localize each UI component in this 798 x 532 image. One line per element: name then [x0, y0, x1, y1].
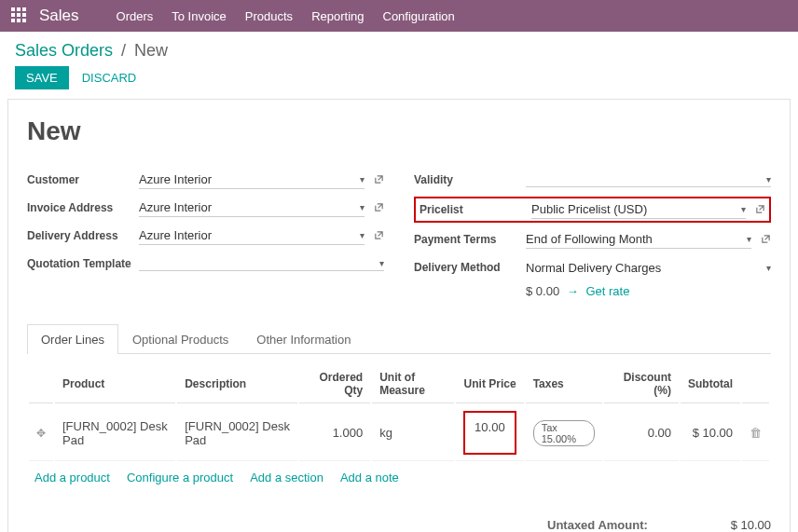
menu-orders[interactable]: Orders [117, 9, 154, 23]
order-table: Product Description Ordered Qty Unit of … [27, 363, 771, 463]
get-rate-row: $ 0.00 → Get rate [414, 284, 771, 298]
caret-icon[interactable]: ▾ [766, 174, 771, 184]
validity-label: Validity [414, 173, 526, 186]
rate-amount: $ 0.00 [526, 284, 559, 298]
delivery-method-input[interactable]: Normal Delivery Charges ▾ [526, 259, 771, 277]
breadcrumb: Sales Orders / New [0, 32, 798, 66]
th-uom: Unit of Measure [372, 365, 454, 403]
add-product-link[interactable]: Add a product [34, 471, 110, 484]
tax-pill[interactable]: Tax 15.00% [533, 420, 596, 446]
topbar: Sales Orders To Invoice Products Reporti… [0, 0, 798, 32]
th-qty: Ordered Qty [299, 365, 370, 403]
caret-icon[interactable]: ▾ [379, 258, 384, 268]
table-row[interactable]: ✥ [FURN_0002] Desk Pad [FURN_0002] Desk … [29, 405, 769, 461]
cell-discount[interactable]: 0.00 [604, 405, 679, 461]
unit-price-highlight: 10.00 [463, 411, 516, 455]
template-input[interactable]: ▾ [139, 256, 384, 271]
caret-icon[interactable]: ▾ [360, 174, 365, 184]
discard-button[interactable]: DISCARD [82, 71, 137, 85]
add-note-link[interactable]: Add a note [340, 471, 399, 484]
template-label: Quotation Template [27, 257, 139, 270]
delivery-input[interactable]: Azure Interior ▾ [139, 226, 365, 245]
caret-icon[interactable]: ▾ [360, 202, 365, 212]
action-row: SAVE DISCARD [0, 66, 798, 99]
tab-other-info[interactable]: Other Information [242, 324, 365, 354]
invoice-input[interactable]: Azure Interior ▾ [139, 198, 365, 217]
external-link-icon[interactable] [374, 230, 384, 242]
cell-product[interactable]: [FURN_0002] Desk Pad [55, 405, 175, 461]
th-description: Description [177, 365, 297, 403]
cell-unit-price[interactable]: 10.00 [456, 405, 524, 461]
th-product: Product [55, 365, 175, 403]
main-menu: Orders To Invoice Products Reporting Con… [117, 9, 455, 23]
customer-label: Customer [27, 173, 139, 186]
customer-input[interactable]: Azure Interior ▾ [139, 171, 365, 189]
page-title: New [27, 116, 771, 146]
app-name: Sales [39, 7, 79, 25]
cell-uom[interactable]: kg [372, 405, 454, 461]
caret-icon[interactable]: ▾ [360, 230, 365, 240]
menu-reporting[interactable]: Reporting [311, 9, 364, 23]
th-discount: Discount (%) [604, 365, 679, 403]
delivery-method-label: Delivery Method [414, 261, 526, 274]
payment-label: Payment Terms [414, 233, 526, 246]
external-link-icon[interactable] [761, 234, 771, 246]
configure-product-link[interactable]: Configure a product [127, 471, 233, 484]
get-rate-link[interactable]: Get rate [585, 284, 629, 298]
cell-subtotal: $ 10.00 [681, 405, 740, 461]
caret-icon[interactable]: ▾ [766, 263, 771, 273]
cell-qty[interactable]: 1.000 [299, 405, 370, 461]
tabs: Order Lines Optional Products Other Info… [27, 324, 771, 354]
untaxed-label: Untaxed Amount: [547, 518, 648, 532]
totals: Untaxed Amount: $ 10.00 Taxes: $ 1.50 To… [547, 514, 771, 532]
delivery-label: Delivery Address [27, 229, 139, 242]
tab-optional-products[interactable]: Optional Products [118, 324, 242, 354]
caret-icon[interactable]: ▾ [747, 234, 751, 244]
form-sheet: New Customer Azure Interior ▾ Invoice Ad… [7, 99, 791, 532]
pricelist-highlight: Pricelist Public Pricelist (USD) ▾ [414, 197, 771, 223]
arrow-icon: → [567, 284, 579, 298]
untaxed-value: $ 10.00 [731, 518, 771, 532]
th-taxes: Taxes [526, 365, 603, 403]
invoice-label: Invoice Address [27, 201, 139, 214]
apps-icon[interactable] [11, 7, 28, 24]
left-col: Customer Azure Interior ▾ Invoice Addres… [27, 169, 384, 298]
add-section-link[interactable]: Add a section [250, 471, 323, 484]
payment-input[interactable]: End of Following Month ▾ [526, 230, 751, 249]
breadcrumb-current: New [134, 41, 168, 60]
add-links: Add a product Configure a product Add a … [27, 463, 771, 492]
menu-configuration[interactable]: Configuration [383, 9, 455, 23]
validity-input[interactable]: ▾ [526, 172, 771, 187]
cell-taxes[interactable]: Tax 15.00% [526, 405, 603, 461]
th-unit-price: Unit Price [456, 365, 524, 403]
caret-icon[interactable]: ▾ [741, 204, 746, 214]
cell-description[interactable]: [FURN_0002] Desk Pad [177, 405, 297, 461]
external-link-icon[interactable] [374, 174, 384, 186]
pricelist-label: Pricelist [420, 203, 531, 216]
menu-to-invoice[interactable]: To Invoice [172, 9, 227, 23]
th-subtotal: Subtotal [681, 365, 740, 403]
right-col: Validity ▾ Pricelist Public Pricelist (U… [414, 169, 771, 298]
breadcrumb-sales-orders[interactable]: Sales Orders [15, 41, 113, 60]
drag-handle-icon[interactable]: ✥ [36, 427, 46, 440]
external-link-icon[interactable] [374, 202, 384, 214]
menu-products[interactable]: Products [245, 9, 293, 23]
save-button[interactable]: SAVE [15, 66, 69, 89]
tab-order-lines[interactable]: Order Lines [27, 324, 118, 354]
trash-icon[interactable]: 🗑 [750, 426, 762, 440]
external-link-icon[interactable] [755, 204, 765, 216]
pricelist-input[interactable]: Public Pricelist (USD) ▾ [531, 200, 746, 219]
